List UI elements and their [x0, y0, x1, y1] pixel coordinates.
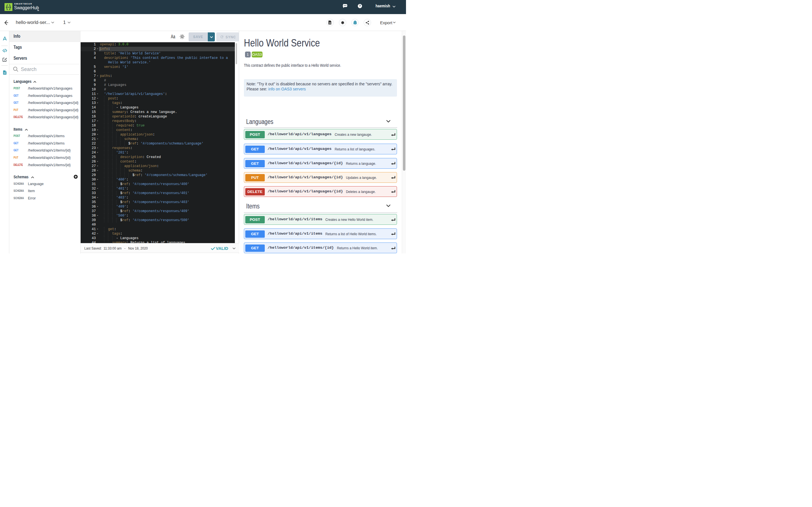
svg-text:?: ? — [359, 4, 361, 8]
